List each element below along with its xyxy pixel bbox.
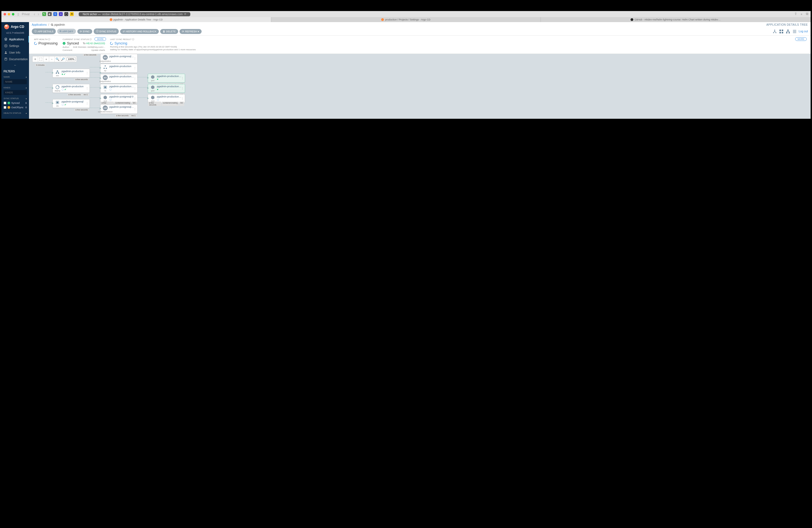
progressing-icon — [34, 42, 37, 45]
node-menu-icon[interactable]: ⋮ — [86, 103, 89, 104]
svg-rect-28 — [57, 102, 58, 103]
filter-name-label: NAME — [4, 76, 10, 78]
pod-icon — [150, 85, 155, 89]
zoom-out-icon[interactable]: 🔎 — [60, 56, 66, 62]
node-menu-icon[interactable]: ⋮ — [133, 88, 136, 89]
node-menu-icon[interactable]: ⋮ — [181, 98, 184, 99]
sidebar-toggle-icon[interactable]: ▯ — [17, 12, 20, 16]
breadcrumb-root[interactable]: Applications — [32, 23, 47, 26]
zoom-minus-icon[interactable]: － — [49, 56, 55, 62]
refresh-button[interactable]: ⟳REFRESH▾ — [179, 29, 202, 34]
layout-icon[interactable]: ≡ — [33, 56, 38, 62]
info-icon[interactable]: ⓘ — [89, 38, 92, 41]
app-health-value: Progressing — [34, 41, 57, 45]
1password-ext-icon[interactable]: ① — [53, 12, 57, 16]
tree-node-pod[interactable]: pod pgadmin-postgresql-0◌ ⋮ a few second… — [100, 94, 137, 103]
collapse-icon[interactable]: ▴ — [26, 76, 27, 78]
browser-tab[interactable]: pgadmin - Application Details Tree - Arg… — [1, 17, 271, 22]
edge: ▶ — [46, 87, 53, 88]
shield-ext-icon[interactable]: ◐ — [48, 12, 52, 16]
app-details-button[interactable]: ⓘAPP DETAILS — [32, 28, 56, 34]
sync-status-button[interactable]: ⓘSYNC STATUS — [93, 28, 119, 34]
more-sync-button[interactable]: MORE — [95, 37, 106, 41]
collapse-icon[interactable]: ▴ — [26, 97, 27, 100]
ext-r-icon[interactable]: R — [70, 12, 74, 16]
node-menu-icon[interactable]: ⋮ — [133, 98, 136, 99]
svg-point-20 — [34, 42, 37, 44]
sync-button[interactable]: ⟳SYNC — [77, 29, 92, 34]
check-icon: ✔ — [64, 88, 67, 91]
fit-icon[interactable]: ⛶ — [38, 56, 44, 62]
close-window-icon[interactable] — [4, 13, 6, 15]
node-menu-icon[interactable]: ⋮ — [181, 78, 184, 79]
maximize-window-icon[interactable] — [12, 13, 14, 15]
svg-point-5 — [51, 24, 53, 25]
tree-node-pod[interactable]: pod pgadmin-production-5c9bdc…♥ ⋮ a few … — [148, 74, 185, 83]
back-icon[interactable]: ‹ — [33, 12, 36, 16]
resource-tree[interactable]: ≡ ⛶ ＋ － 🔍 🔎 100% 6 minutes svc pgadmin-p… — [29, 54, 406, 119]
progressing-icon: ◌ — [157, 98, 159, 101]
node-menu-icon[interactable]: ⋮ — [133, 108, 136, 109]
filter-outofsync-row[interactable]: ↑ OutOfSync 0 — [4, 105, 27, 109]
sync-status-value: Synced To HEAD (8e62153) — [62, 41, 105, 45]
tree-node-pod[interactable]: pod pgadmin-production-5c9bdc…♥ ⋮ a few … — [148, 84, 185, 93]
heart-icon: ♥ — [157, 88, 158, 91]
collapse-sidebar-icon[interactable]: ← — [1, 62, 29, 68]
node-menu-icon[interactable]: ⋮ — [181, 88, 184, 89]
filter-name-input[interactable] — [4, 79, 27, 84]
info-icon[interactable]: ⓘ — [132, 38, 134, 41]
node-age-chip: a few seconds — [83, 54, 98, 56]
svg-rect-23 — [57, 70, 58, 71]
tree-node-deploy[interactable]: deploy pgadmin-production◌✔ ⋮ a few seco… — [53, 84, 90, 93]
tree-node-replicaset[interactable]: rs pgadmin-production-5c9bdc…◌ ⋮ a few s… — [100, 84, 137, 93]
tree-node-endpointslice[interactable]: ESendpointslice pgadmin-postgresql-hl-mz… — [100, 54, 137, 63]
tree-node-endpointslice[interactable]: ESendpointslice pgadmin-production-5q5gc… — [100, 74, 137, 84]
nav-documentation[interactable]: Documentation — [1, 56, 29, 62]
tree-node-svc[interactable]: svc pgadmin-production♥✔ ⋮ a few seconds — [53, 69, 90, 78]
minimize-window-icon[interactable] — [8, 13, 10, 15]
tab-bar: pgadmin - Application Details Tree - Arg… — [1, 17, 406, 22]
node-menu-icon[interactable]: ⋮ — [133, 58, 136, 59]
evernote-ext-icon[interactable]: ✎ — [42, 12, 46, 16]
filter-synced-row[interactable]: ✓ Synced 6 — [4, 101, 27, 105]
nav-userinfo[interactable]: User Info — [1, 49, 29, 56]
ext-icon[interactable]: ◯ — [64, 12, 68, 16]
filter-outofsync-checkbox[interactable] — [4, 106, 6, 109]
address-bar[interactable]: Nicht sicher — ocdse-3febdc3c27-11279355… — [79, 12, 190, 16]
node-menu-icon[interactable]: ⋮ — [133, 78, 136, 79]
ext-icon[interactable]: ≡ — [59, 12, 63, 16]
forward-icon[interactable]: › — [37, 12, 40, 16]
tree-toolbar: ≡ ⛶ ＋ － 🔍 🔎 100% — [32, 56, 77, 62]
filter-kinds-input[interactable] — [4, 90, 27, 95]
nav-applications[interactable]: Applications — [1, 36, 29, 43]
nav-settings[interactable]: Settings — [1, 43, 29, 49]
app-diff-button[interactable]: ⧉APP DIFF — [57, 29, 76, 34]
edge: ▶ — [46, 72, 53, 72]
logo: Argo CD — [1, 22, 29, 31]
sync-icon: ⟳ — [80, 30, 82, 33]
gear-icon — [4, 44, 8, 47]
edge: ▶ — [46, 102, 53, 103]
tree-node-sts[interactable]: sts pgadmin-postgresql◌✔ ⋮ a few seconds — [53, 99, 90, 108]
tree-node-endpoint[interactable]: ep pgadmin-production ⋮ a few seconds — [100, 64, 137, 73]
edge: ▶ — [90, 77, 100, 78]
tree-node-controllerrevision[interactable]: CRcontrollerrevision pgadmin-postgresql-… — [100, 104, 137, 114]
browser-tab[interactable]: production / Projects / Settings - Argo … — [271, 17, 406, 22]
zoom-plus-icon[interactable]: ＋ — [44, 56, 49, 62]
collapse-icon[interactable]: ▴ — [26, 86, 27, 89]
heart-icon: ♥ — [157, 78, 158, 80]
tree-node-pod[interactable]: pod pgadmin-production-5c9bdc…◌ ⋮ a few … — [148, 94, 185, 103]
revision-link[interactable]: HEAD (8e62153) — [86, 42, 105, 45]
history-icon: ↺ — [122, 30, 125, 33]
node-menu-icon[interactable]: ⋮ — [86, 88, 89, 89]
collapse-icon[interactable]: ▴ — [26, 112, 27, 114]
filter-synced-checkbox[interactable] — [4, 102, 6, 104]
info-icon[interactable]: ⓘ — [48, 38, 50, 41]
node-menu-icon[interactable]: ⋮ — [86, 73, 89, 74]
zoom-in-icon[interactable]: 🔍 — [55, 56, 60, 62]
syncing-icon — [110, 42, 113, 45]
node-menu-icon[interactable]: ⋮ — [133, 68, 136, 69]
delete-button[interactable]: 🗑DELETE — [160, 29, 178, 34]
app-search[interactable]: pgadmin — [51, 23, 65, 26]
history-button[interactable]: ↺HISTORY AND ROLLBACK — [120, 29, 159, 34]
